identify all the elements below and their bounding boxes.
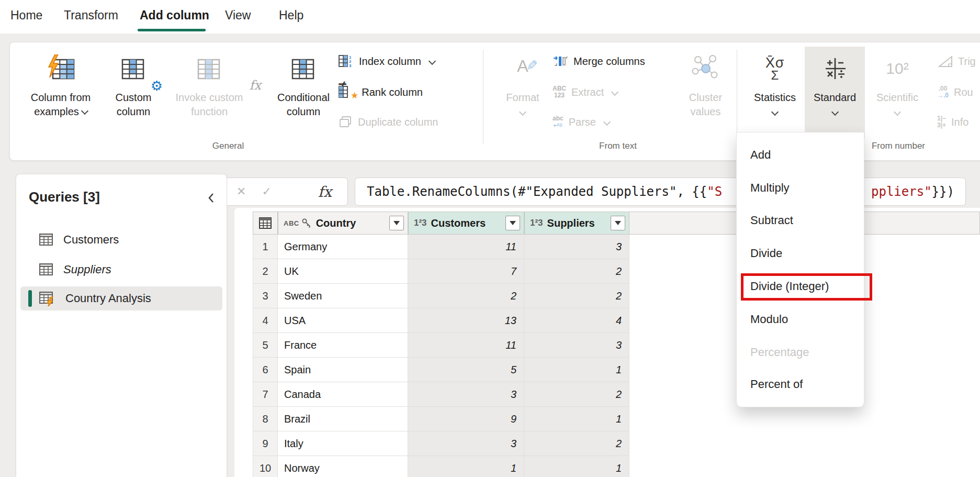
chevron-down-icon xyxy=(611,88,618,96)
data-preview: ABC Country 1²3 Customers 1²3 Suppliers … xyxy=(234,208,980,477)
chevron-down-icon xyxy=(894,108,901,116)
rounding-icon: .00 →.0 xyxy=(937,85,949,99)
group-divider xyxy=(737,50,737,144)
group-label-general: General xyxy=(186,141,270,151)
sigma-icon: X̄σ Σ xyxy=(748,47,802,91)
group-label-from-text: From text xyxy=(576,141,660,151)
group-divider xyxy=(483,50,483,144)
standard-dropdown-menu: Add Multiply Subtract Divide Divide (Int… xyxy=(736,132,864,407)
filter-triangle-icon xyxy=(393,221,400,225)
letter-pencil-icon: A✎ xyxy=(494,47,551,91)
query-item-customers[interactable]: Customers xyxy=(20,228,222,252)
formula-text: Table.RenameColumns(#"Expanded Suppliers… xyxy=(367,184,722,199)
column-header-customers[interactable]: 1²3 Customers xyxy=(408,212,524,235)
menu-item-subtract[interactable]: Subtract xyxy=(737,212,864,229)
chevron-down-icon xyxy=(831,108,838,116)
formula-input[interactable]: Table.RenameColumns(#"Expanded Suppliers… xyxy=(355,178,966,206)
table-corner-cell[interactable] xyxy=(253,212,278,235)
tab-transform[interactable]: Transform xyxy=(64,8,118,23)
menu-item-divide[interactable]: Divide xyxy=(737,245,864,262)
table-fx-icon: fx xyxy=(163,47,256,91)
menu-item-add[interactable]: Add xyxy=(737,147,864,163)
pencil-icon: ✎ xyxy=(526,58,538,74)
chevron-down-icon xyxy=(771,108,779,116)
menu-item-modulo[interactable]: Modulo xyxy=(737,311,864,328)
merge-columns-button[interactable]: Merge columns xyxy=(553,50,645,73)
cancel-icon[interactable]: ✕ xyxy=(236,185,246,198)
filter-triangle-icon xyxy=(510,221,516,225)
filter-button[interactable] xyxy=(611,216,625,230)
table-icon xyxy=(38,262,54,277)
filter-button[interactable] xyxy=(505,216,520,230)
trig-button: Trig xyxy=(937,50,976,73)
selected-indicator-bar xyxy=(28,290,32,307)
number-type-icon: 1²3 xyxy=(530,218,543,228)
table-not-equal-icon: ≠ xyxy=(265,47,342,91)
text-type-icon: ABC xyxy=(284,219,299,227)
arithmetic-icon xyxy=(805,47,865,91)
duplicate-column-button: Duplicate column xyxy=(338,110,438,134)
cluster-values-button: Cluster values xyxy=(678,47,733,139)
extract-button: ABC 123 Extract xyxy=(553,81,617,104)
information-icon: 1|− 3|+ xyxy=(937,115,946,129)
information-button: 1|− 3|+ Info xyxy=(937,110,968,134)
parse-button: abc ⮠≡ Parse xyxy=(553,110,610,134)
query-item-country-analysis[interactable]: Country Analysis xyxy=(20,286,222,310)
column-header-country[interactable]: ABC Country xyxy=(278,212,408,235)
tab-add-column[interactable]: Add column xyxy=(140,8,209,23)
triangle-icon xyxy=(937,54,953,69)
statistics-button[interactable]: X̄σ Σ Statistics xyxy=(748,47,802,139)
scientific-button: 10² Scientific xyxy=(868,47,927,139)
filter-triangle-icon xyxy=(615,221,621,225)
active-tab-underline xyxy=(138,29,206,31)
menu-item-multiply[interactable]: Multiply xyxy=(737,180,864,196)
queries-panel: Queries [3] Customers Suppliers xyxy=(16,174,227,477)
chevron-down-icon xyxy=(603,118,611,126)
menu-item-percentage: Percentage xyxy=(737,344,864,361)
table-icon xyxy=(38,232,54,247)
invoke-custom-function-button: fx Invoke custom function xyxy=(163,47,256,139)
queries-panel-title: Queries [3] xyxy=(29,189,100,205)
fx-icon[interactable]: fx xyxy=(318,183,332,201)
cluster-icon xyxy=(678,47,733,91)
menu-item-percent-of[interactable]: Percent of xyxy=(737,376,864,393)
column-from-examples-button[interactable]: Column from examples xyxy=(16,47,105,139)
column-header-suppliers[interactable]: 1²3 Suppliers xyxy=(524,212,629,235)
index-column-button[interactable]: 1 2 3 Index column xyxy=(338,50,435,73)
custom-column-button[interactable]: ⚙ Custom column xyxy=(107,47,160,139)
menu-item-divide-integer[interactable]: Divide (Integer) xyxy=(737,278,864,295)
merge-columns-icon xyxy=(553,54,568,69)
tab-help[interactable]: Help xyxy=(279,8,303,23)
menu-bar: Home Transform Add column View Help xyxy=(0,0,980,34)
svg-text:3: 3 xyxy=(349,63,352,68)
formula-toolbar: ✕ ✓ fx xyxy=(222,178,348,206)
number-type-icon: 1²3 xyxy=(414,218,427,228)
parse-icon: abc ⮠≡ xyxy=(553,115,564,129)
table-grid-icon xyxy=(258,217,272,229)
tab-view[interactable]: View xyxy=(225,8,251,23)
format-button: A✎ Format xyxy=(494,47,551,139)
chevron-down-icon xyxy=(429,58,436,65)
rank-column-button[interactable]: ★ Rank column xyxy=(338,81,423,104)
ten-squared-icon: 10² xyxy=(868,47,927,91)
star-icon: ★ xyxy=(351,90,358,101)
abc-123-icon: ABC 123 xyxy=(553,85,566,99)
filter-button[interactable] xyxy=(389,216,404,230)
query-item-suppliers[interactable]: Suppliers xyxy=(20,258,222,282)
table-lightning-icon xyxy=(38,291,56,306)
check-icon[interactable]: ✓ xyxy=(262,185,271,198)
chevron-down-icon xyxy=(519,108,526,116)
tab-home[interactable]: Home xyxy=(10,8,42,23)
chevron-down-icon xyxy=(81,107,88,115)
table-star-icon xyxy=(338,85,352,99)
standard-button[interactable]: Standard xyxy=(805,47,865,139)
collapse-pane-chevron-icon[interactable] xyxy=(207,192,216,204)
group-label-from-number: From number xyxy=(857,141,940,151)
formula-text-tail: ppliers"}}) xyxy=(871,184,954,199)
table-lightning-icon xyxy=(16,47,105,91)
rounding-button: .00 →.0 Rou xyxy=(937,81,973,104)
key-icon xyxy=(301,218,312,228)
copy-icon xyxy=(338,115,353,129)
table-123-icon: 1 2 3 xyxy=(338,54,354,69)
conditional-column-button[interactable]: ≠ Conditional column xyxy=(265,47,342,139)
